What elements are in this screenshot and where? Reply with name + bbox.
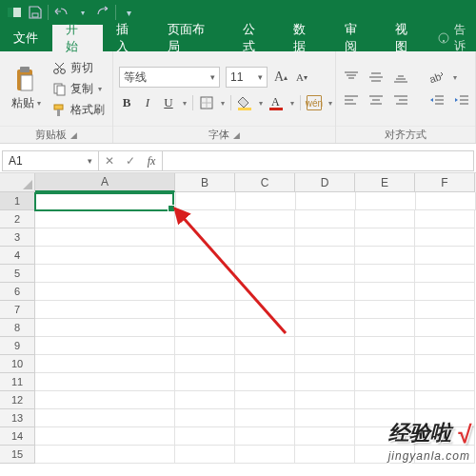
borders-icon[interactable] xyxy=(199,95,214,110)
cell[interactable] xyxy=(295,228,355,247)
cell[interactable] xyxy=(355,391,415,409)
row-header[interactable]: 3 xyxy=(0,228,35,247)
fill-color-dropdown[interactable]: ▾ xyxy=(259,99,263,108)
cell[interactable] xyxy=(415,265,475,283)
cell[interactable] xyxy=(295,409,355,427)
align-top-icon[interactable] xyxy=(342,69,361,85)
cell[interactable] xyxy=(415,319,475,337)
decrease-font-icon[interactable]: A▾ xyxy=(294,69,309,85)
cell[interactable] xyxy=(415,283,475,301)
col-header-C[interactable]: C xyxy=(235,173,295,192)
format-painter-button[interactable]: 格式刷 xyxy=(50,100,107,119)
cell[interactable] xyxy=(295,355,355,373)
save-icon[interactable] xyxy=(25,3,46,22)
cell[interactable] xyxy=(175,446,235,464)
undo-dropdown-icon[interactable]: ▾ xyxy=(71,3,92,22)
cell[interactable] xyxy=(355,337,415,355)
align-center-icon[interactable] xyxy=(367,92,386,108)
cell[interactable] xyxy=(35,301,175,319)
col-header-B[interactable]: B xyxy=(175,173,235,192)
row-header[interactable]: 9 xyxy=(0,337,35,355)
row-header[interactable]: 8 xyxy=(0,319,35,337)
cell[interactable] xyxy=(235,373,295,391)
cell[interactable] xyxy=(235,319,295,337)
row-header[interactable]: 4 xyxy=(0,247,35,265)
redo-icon[interactable] xyxy=(92,3,113,22)
row-header[interactable]: 11 xyxy=(0,373,35,391)
cell[interactable] xyxy=(295,210,355,228)
font-name-select[interactable]: 等线 ▾ xyxy=(119,67,220,88)
cell[interactable] xyxy=(35,265,175,283)
copy-button[interactable]: 复制▾ xyxy=(50,79,107,98)
cell[interactable] xyxy=(355,283,415,301)
cell[interactable] xyxy=(355,265,415,283)
cell[interactable] xyxy=(235,283,295,301)
cell[interactable] xyxy=(235,355,295,373)
phonetic-dropdown[interactable]: ▾ xyxy=(328,99,332,108)
col-header-F[interactable]: F xyxy=(415,173,475,192)
row-header[interactable]: 13 xyxy=(0,409,35,427)
cell[interactable] xyxy=(415,391,475,409)
cell[interactable] xyxy=(175,427,235,446)
tab-file[interactable]: 文件 xyxy=(0,25,52,51)
cell[interactable] xyxy=(295,319,355,337)
font-size-select[interactable]: 11 ▾ xyxy=(226,67,268,88)
cell[interactable] xyxy=(415,228,475,247)
cell[interactable] xyxy=(175,373,235,391)
align-bottom-icon[interactable] xyxy=(391,69,410,85)
cell[interactable] xyxy=(355,228,415,247)
cell[interactable] xyxy=(295,301,355,319)
tab-view[interactable]: 视图 xyxy=(382,25,432,51)
cell[interactable] xyxy=(175,228,235,247)
row-header[interactable]: 12 xyxy=(0,391,35,409)
cell[interactable] xyxy=(415,210,475,228)
tab-data[interactable]: 数据 xyxy=(280,25,330,51)
cell[interactable] xyxy=(235,409,295,427)
formula-input[interactable] xyxy=(163,150,474,171)
col-header-D[interactable]: D xyxy=(295,173,355,192)
cell[interactable] xyxy=(235,446,295,464)
row-header[interactable]: 2 xyxy=(0,210,35,228)
cell[interactable] xyxy=(355,319,415,337)
cell[interactable] xyxy=(35,391,175,409)
cell[interactable] xyxy=(235,337,295,355)
cell[interactable] xyxy=(355,301,415,319)
cell[interactable] xyxy=(35,373,175,391)
cell[interactable] xyxy=(236,192,296,210)
col-header-A[interactable]: A xyxy=(35,173,175,192)
italic-icon[interactable]: I xyxy=(140,95,155,110)
row-header[interactable]: 14 xyxy=(0,427,35,446)
cell[interactable] xyxy=(416,192,476,210)
cell[interactable] xyxy=(235,391,295,409)
cell[interactable] xyxy=(175,210,235,228)
row-header[interactable]: 5 xyxy=(0,265,35,283)
insert-function-icon[interactable]: fx xyxy=(141,154,162,169)
paste-button[interactable]: 粘贴▾ xyxy=(6,67,46,111)
cell[interactable] xyxy=(35,446,175,464)
cell[interactable] xyxy=(175,319,235,337)
cell[interactable] xyxy=(235,210,295,228)
tab-review[interactable]: 审阅 xyxy=(331,25,382,51)
increase-indent-icon[interactable] xyxy=(452,92,471,108)
cell[interactable] xyxy=(295,265,355,283)
cell[interactable] xyxy=(355,355,415,373)
cell[interactable] xyxy=(175,391,235,409)
cell[interactable] xyxy=(35,228,175,247)
col-header-E[interactable]: E xyxy=(355,173,415,192)
cell[interactable] xyxy=(175,301,235,319)
cell[interactable] xyxy=(235,247,295,265)
orientation-dropdown[interactable]: ▾ xyxy=(453,73,457,82)
fill-color-icon[interactable] xyxy=(237,95,252,110)
cell[interactable] xyxy=(415,337,475,355)
bold-icon[interactable]: B xyxy=(119,95,134,110)
cell[interactable] xyxy=(35,355,175,373)
cell[interactable] xyxy=(235,228,295,247)
cell[interactable] xyxy=(415,355,475,373)
cell[interactable] xyxy=(235,427,295,446)
cell[interactable] xyxy=(295,247,355,265)
tab-home[interactable]: 开始 xyxy=(52,25,103,51)
increase-font-icon[interactable]: A▴ xyxy=(273,69,288,85)
cell[interactable] xyxy=(295,446,355,464)
cell[interactable] xyxy=(176,192,236,210)
customize-qat-icon[interactable]: ▾ xyxy=(118,3,139,22)
